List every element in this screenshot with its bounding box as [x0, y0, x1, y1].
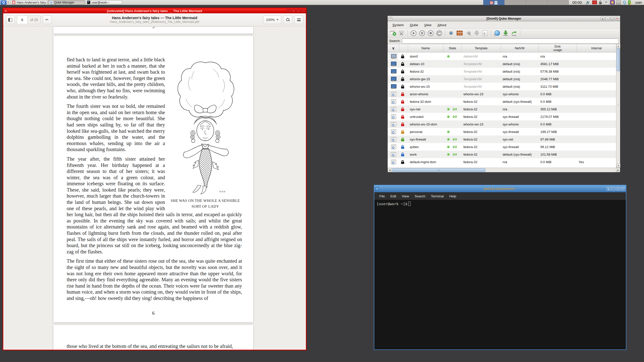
header-template[interactable]: Template	[462, 44, 501, 52]
table-row-whonix-ws-15-dvm[interactable]: whonix-ws-15-dvm whonix-ws-15 sys-whonix…	[388, 120, 616, 128]
scroll-up-arrow[interactable]: ▲	[616, 44, 620, 48]
sidebar-toggle-button[interactable]	[6, 16, 15, 24]
table-row-qubes[interactable]: qubes fedora-32 sys-firewall 99.12 MiB	[388, 143, 616, 151]
horizontal-scroll-thumb[interactable]: |||	[392, 168, 485, 172]
scroll-left-arrow[interactable]: ◀	[388, 168, 392, 172]
qube-manager-titlebar[interactable]: ▾ [Dom0] Qube Manager ▲ — ▢ ✕	[388, 16, 620, 21]
menu-qube[interactable]: Qube	[407, 22, 421, 28]
table-row-anon-whonix[interactable]: anon-whonix whonix-ws-15 sys-whonix 0.0 …	[388, 90, 616, 98]
close-button[interactable]: ✕	[621, 187, 625, 191]
table-row-sys-net[interactable]: sys-net fedora-32 n/a 355.12 MiB	[388, 105, 616, 113]
devices-tray-icon[interactable]	[610, 0, 615, 5]
shade-button[interactable]: ▲	[607, 187, 611, 191]
header-internal[interactable]: Internal	[577, 44, 616, 52]
taskbar-window-pdf[interactable]: Hans Andersen's fairy ta...	[11, 0, 47, 5]
close-button[interactable]: ✕	[301, 9, 305, 13]
menu-edit[interactable]: Edit	[388, 193, 399, 199]
table-row-dom0[interactable]: dom0 AdminVM n/a n/a	[388, 53, 616, 60]
qube-table-header[interactable]: ∨ Name State Template NetVM Disk usage I…	[388, 44, 616, 53]
minimize-button[interactable]: —	[606, 17, 610, 20]
menu-view[interactable]: View	[399, 193, 412, 199]
workspace-4[interactable]	[547, 0, 569, 5]
delete-qube-button[interactable]	[398, 30, 405, 37]
restore-button[interactable]	[511, 30, 518, 37]
qube-settings-button[interactable]: ⚙	[448, 30, 455, 37]
close-button[interactable]: ✕	[615, 17, 619, 20]
search-input[interactable]	[402, 38, 619, 43]
workspace-1[interactable]	[483, 0, 505, 5]
menu-system[interactable]: System	[390, 22, 407, 28]
page-number-input[interactable]: 6	[17, 16, 27, 24]
menu-button[interactable]	[294, 16, 303, 24]
menu-terminal[interactable]: Terminal	[428, 193, 446, 199]
horizontal-scrollbar[interactable]: ◀ ||| ▶	[388, 168, 620, 172]
update-button[interactable]	[502, 30, 509, 37]
scroll-right-arrow[interactable]: ▶	[616, 168, 620, 172]
new-qube-button[interactable]	[390, 30, 397, 37]
pause-qube-button[interactable]	[419, 30, 426, 37]
header-state[interactable]: State	[444, 44, 462, 52]
workspace-2[interactable]	[505, 0, 526, 5]
window-menu-icon[interactable]: ▾	[4, 9, 8, 13]
minimize-button[interactable]: —	[611, 187, 615, 191]
maximize-button[interactable]: ▢	[296, 9, 300, 13]
taskbar-window-qube-manager[interactable]: Q Qube Manager	[48, 0, 85, 5]
table-row-whonix-gw-15[interactable]: whonix-gw-15 TemplateVM default (n/a) 20…	[388, 75, 616, 83]
shutdown-arrow-button[interactable]	[473, 30, 480, 37]
expand-all-chevron-icon[interactable]: ∨	[392, 46, 395, 50]
shade-button[interactable]: ▲	[287, 9, 291, 13]
table-row-personal[interactable]: personal fedora-32 sys-firewall 199.27 M…	[388, 128, 616, 135]
zoom-level-dropdown[interactable]: 100%	[263, 16, 281, 24]
menu-file[interactable]: File	[377, 193, 387, 199]
untrusted-display-tray-icon[interactable]	[592, 0, 597, 5]
terminal-titlebar[interactable]: ▾ [work] user@work:~ ▲ — ▢ ✕	[374, 185, 626, 192]
table-row-untrusted[interactable]: untrusted fedora-32 sys-firewall 2179.07…	[388, 113, 616, 120]
user-menu[interactable]: user	[632, 1, 644, 5]
table-row-work[interactable]: work fedora-32 default (sys-firewall) 10…	[388, 151, 616, 158]
qubes-start-menu-icon[interactable]: Q	[1, 0, 7, 5]
global-settings-button[interactable]	[494, 30, 501, 37]
annotate-button[interactable]	[43, 16, 52, 24]
table-row-default-mgmt-dvm[interactable]: default-mgmt-dvm fedora-32 n/a 0.0 MiB Y…	[388, 158, 616, 166]
window-menu-icon[interactable]: ▾	[389, 17, 392, 20]
menu-help[interactable]: Help	[447, 193, 459, 199]
disk-tray-icon[interactable]	[616, 0, 621, 5]
table-row-fedora-32[interactable]: fedora-32 TemplateVM default (n/a) 5776.…	[388, 68, 616, 75]
header-lock-column[interactable]	[399, 44, 408, 52]
table-row-sys-firewall[interactable]: sys-firewall fedora-32 sys-net 97.89 MiB	[388, 135, 616, 143]
minimize-button[interactable]: —	[292, 9, 296, 13]
clipboard-tray-icon[interactable]	[604, 0, 609, 5]
vertical-scroll-thumb[interactable]	[617, 49, 620, 71]
revert-button[interactable]	[465, 30, 472, 37]
restart-qube-button[interactable]	[436, 30, 443, 37]
table-row-fedora-32-dvm[interactable]: fedora-32-dvm fedora-32 default (sys-fir…	[388, 98, 616, 105]
qubes-domains-tray-icon[interactable]: Q	[622, 0, 627, 5]
menu-search[interactable]: Search	[412, 193, 428, 199]
table-row-debian-10[interactable]: debian-10 TemplateVM default (n/a) 4581.…	[388, 60, 616, 68]
battery-icon[interactable]	[628, 0, 631, 5]
keyboard-layout-button[interactable]: a	[482, 30, 489, 37]
header-disk-usage[interactable]: Disk usage	[539, 45, 577, 52]
table-row-whonix-ws-15[interactable]: whonix-ws-15 TemplateVM default (n/a) 31…	[388, 83, 616, 90]
volume-icon[interactable]	[586, 0, 591, 5]
menu-view[interactable]: View	[421, 22, 434, 28]
header-netvm[interactable]: NetVM	[501, 44, 539, 52]
terminal-content[interactable]: [user@work ~]$	[374, 200, 626, 349]
scroll-down-arrow[interactable]: ▼	[616, 164, 620, 168]
taskbar-window-terminal[interactable]: user@work:~	[86, 0, 122, 5]
menu-about[interactable]: About	[435, 22, 449, 28]
shade-button[interactable]: ▲	[601, 17, 605, 20]
start-qube-button[interactable]	[410, 30, 417, 37]
firewall-button[interactable]	[456, 30, 463, 37]
vertical-scrollbar[interactable]: ▲ ≡ ▼	[616, 44, 620, 168]
maximize-button[interactable]: ▢	[616, 187, 620, 191]
header-name[interactable]: Name	[408, 44, 444, 52]
pdf-titlebar[interactable]: ▾ [untrusted] Hans Andersen's fairy tale…	[3, 8, 306, 13]
window-menu-icon[interactable]: ▾	[375, 187, 379, 191]
shutdown-qube-button[interactable]	[427, 30, 434, 37]
workspace-3[interactable]	[526, 0, 547, 5]
workspace-pager[interactable]	[483, 0, 569, 5]
maximize-button[interactable]: ▢	[610, 17, 614, 20]
pdf-content-area[interactable]: 5	[3, 26, 306, 350]
search-button[interactable]	[283, 16, 292, 24]
